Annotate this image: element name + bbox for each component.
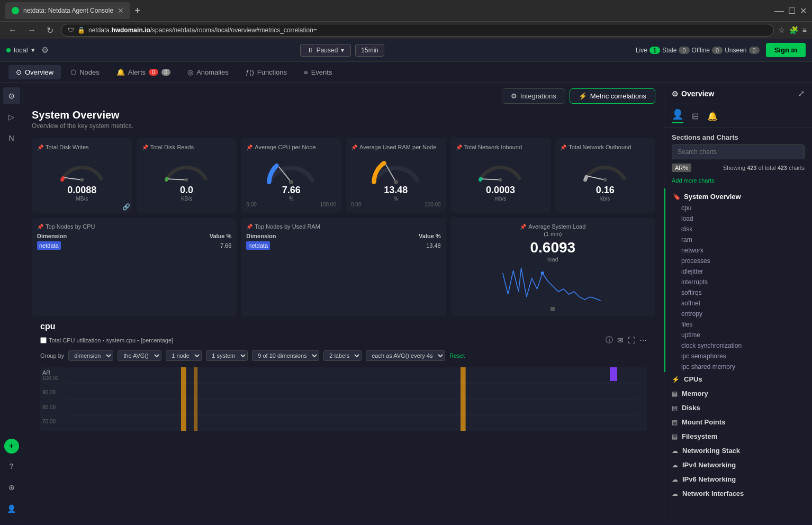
- tab-alerts[interactable]: 🔔 Alerts 0 0: [109, 65, 178, 79]
- sidebar-user-icon[interactable]: 👤: [3, 500, 20, 517]
- sidebar-node-icon[interactable]: N: [3, 130, 20, 147]
- sidebar-item-ipc-shm[interactable]: ipc shared memory: [665, 361, 812, 372]
- integrations-button[interactable]: ⚙ Integrations: [502, 88, 565, 104]
- nodes-select[interactable]: 1 node: [166, 350, 202, 361]
- cpu-dimension-bar: netdata: [37, 241, 61, 250]
- metric-correlations-label: Metric correlations: [590, 92, 646, 100]
- avg-func-select[interactable]: the AVG(): [118, 350, 161, 361]
- sidebar-search-icon[interactable]: ⊛: [3, 479, 20, 496]
- sidebar-category-networking-stack[interactable]: ☁ Networking Stack: [664, 443, 812, 458]
- paused-button[interactable]: ⏸ Paused ▾: [300, 44, 351, 57]
- sidebar-bell-icon[interactable]: 🔔: [707, 111, 718, 121]
- sidebar-category-cpus[interactable]: ⚡ CPUs: [664, 372, 812, 386]
- minimize-btn[interactable]: —: [774, 5, 784, 16]
- sidebar-category-filesystem[interactable]: ▤ Filesystem: [664, 429, 812, 443]
- tab-close-btn[interactable]: ✕: [118, 6, 124, 15]
- svg-line-8: [482, 179, 500, 180]
- browser-tab[interactable]: netdata: Netdata Agent Console ✕: [5, 2, 130, 19]
- gauge-disk-writes-svg: [56, 153, 109, 185]
- gauge-cpu-svg: [265, 153, 318, 185]
- back-btn[interactable]: ←: [5, 24, 20, 36]
- sidebar-item-files[interactable]: files: [665, 319, 812, 330]
- cpu-more-icon[interactable]: ⋯: [639, 336, 647, 345]
- sidebar-person-icon[interactable]: 👤: [672, 108, 683, 123]
- sidebar-item-clock-sync[interactable]: clock synchronization: [665, 340, 812, 351]
- gauge-disk-writes-pin[interactable]: 🔗: [122, 203, 130, 211]
- gauge-disk-reads-title: Total Disk Reads: [150, 143, 194, 151]
- cpus-label: CPUs: [684, 375, 702, 383]
- sidebar-category-ipv6[interactable]: ☁ IPv6 Networking: [664, 472, 812, 486]
- gauge-pin-disk-reads[interactable]: 📌: [142, 144, 148, 150]
- sidebar-help-icon[interactable]: ?: [3, 458, 20, 475]
- group-by-select[interactable]: dimension: [68, 350, 113, 361]
- maximize-btn[interactable]: ☐: [788, 6, 796, 16]
- sidebar-item-processes[interactable]: processes: [665, 256, 812, 266]
- load-pin[interactable]: 📌: [520, 224, 526, 230]
- reset-button[interactable]: Reset: [449, 352, 465, 359]
- tab-overview[interactable]: ⊙ Overview: [8, 65, 61, 79]
- cpu-info-icon[interactable]: ⓘ: [606, 336, 613, 345]
- close-btn[interactable]: ✕: [800, 6, 807, 16]
- dimensions-select[interactable]: 9 of 10 dimensions: [252, 350, 319, 361]
- sidebar-item-idlejitter[interactable]: idlejitter: [665, 266, 812, 277]
- gauge-pin-net-outbound[interactable]: 📌: [560, 144, 566, 150]
- tab-events[interactable]: ≡ Events: [296, 65, 339, 79]
- sidebar-item-interrupts[interactable]: interrupts: [665, 277, 812, 287]
- each-as-select[interactable]: each as AVG() every 4s: [366, 350, 445, 361]
- sidebar-item-disk[interactable]: disk: [665, 224, 812, 234]
- address-bar[interactable]: 🛡 🔒 netdata.hwdomain.io/spaces/netdata/r…: [61, 24, 774, 37]
- space-selector[interactable]: local ▾: [6, 46, 35, 54]
- sidebar-filter-icon[interactable]: ⊟: [692, 111, 699, 121]
- tab-anomalies[interactable]: ◎ Anomalies: [180, 65, 236, 79]
- cpu-chart-checkbox[interactable]: [40, 337, 47, 343]
- sign-in-button[interactable]: Sign in: [766, 43, 806, 57]
- add-more-charts-link[interactable]: Add more charts: [672, 177, 715, 184]
- sidebar-category-mount-points[interactable]: ▤ Mount Points: [664, 415, 812, 429]
- sidebar-item-ipc-sem[interactable]: ipc semaphores: [665, 351, 812, 361]
- sidebar-category-disks[interactable]: ▤ Disks: [664, 401, 812, 415]
- menu-icon[interactable]: ≡: [802, 26, 807, 34]
- gauge-pin-ram[interactable]: 📌: [351, 144, 357, 150]
- sidebar-home-icon[interactable]: ⊙: [3, 87, 20, 104]
- ram-table-pin[interactable]: 📌: [246, 224, 252, 230]
- sidebar-item-load[interactable]: load: [665, 213, 812, 224]
- svg-rect-16: [181, 367, 186, 431]
- labels-select[interactable]: 2 labels: [323, 350, 362, 361]
- sidebar-category-ipv4[interactable]: ☁ IPv4 Networking: [664, 458, 812, 472]
- sidebar-nav-icon[interactable]: ▷: [3, 108, 20, 125]
- metric-correlations-button[interactable]: ⚡ Metric correlations: [570, 88, 655, 104]
- cpu-mail-icon[interactable]: ✉: [617, 336, 624, 345]
- cpu-expand-icon[interactable]: ⛶: [628, 336, 635, 345]
- settings-icon[interactable]: ⚙: [41, 45, 49, 55]
- forward-btn[interactable]: →: [24, 24, 39, 36]
- gauge-disk-writes-title: Total Disk Writes: [46, 143, 89, 151]
- timerange-button[interactable]: 15min: [355, 44, 384, 57]
- cpu-table-pin[interactable]: 📌: [37, 224, 43, 230]
- timerange-label: 15min: [361, 47, 378, 54]
- sidebar-add-button[interactable]: +: [4, 439, 19, 454]
- gauge-pin-cpu[interactable]: 📌: [246, 144, 252, 150]
- sidebar-item-network[interactable]: network: [665, 245, 812, 256]
- svg-point-9: [499, 178, 502, 182]
- gauge-pin-net-inbound[interactable]: 📌: [456, 144, 462, 150]
- bookmark-icon[interactable]: ☆: [778, 26, 785, 34]
- tab-nodes[interactable]: ⬡ Nodes: [63, 65, 107, 79]
- expand-sidebar-icon[interactable]: ⤢: [798, 88, 805, 98]
- new-tab-button[interactable]: +: [134, 5, 140, 16]
- refresh-btn[interactable]: ↻: [43, 24, 57, 37]
- sidebar-item-entropy[interactable]: entropy: [665, 309, 812, 319]
- sidebar-item-softnet[interactable]: softnet: [665, 298, 812, 309]
- search-charts-input[interactable]: [672, 144, 805, 159]
- extensions-icon[interactable]: 🧩: [789, 26, 798, 34]
- systems-select[interactable]: 1 system: [206, 350, 248, 361]
- tab-functions[interactable]: ƒ() Functions: [238, 65, 294, 79]
- sidebar-item-cpu[interactable]: cpu: [665, 203, 812, 213]
- sidebar-item-uptime[interactable]: uptime: [665, 330, 812, 340]
- sidebar-item-softirqs[interactable]: softirqs: [665, 287, 812, 298]
- sidebar-category-network-interfaces[interactable]: ☁ Network Interfaces: [664, 486, 812, 501]
- system-overview-header[interactable]: 🔖 System Overview: [665, 188, 812, 203]
- sidebar-item-ram[interactable]: ram: [665, 234, 812, 245]
- functions-icon: ƒ(): [246, 68, 254, 76]
- gauge-pin-disk-writes[interactable]: 📌: [37, 144, 43, 150]
- sidebar-category-memory[interactable]: ▦ Memory: [664, 386, 812, 401]
